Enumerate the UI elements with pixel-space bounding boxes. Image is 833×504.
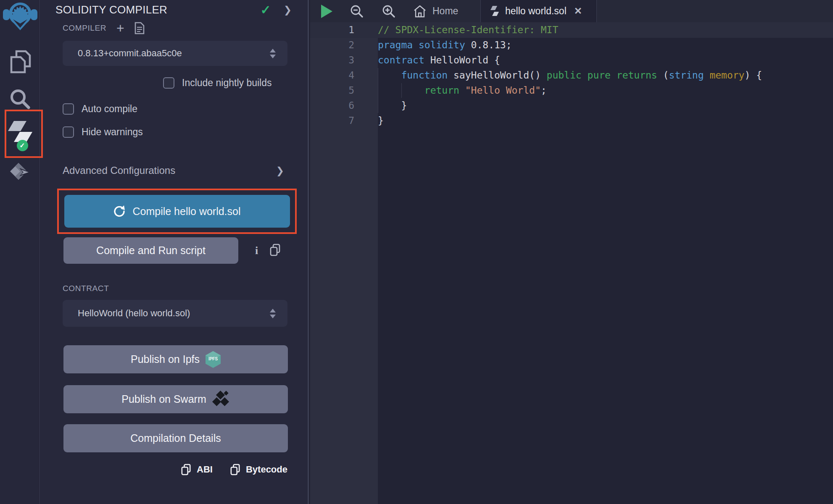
auto-compile-checkbox[interactable]: Auto compile bbox=[63, 103, 137, 115]
solidity-compiler-icon[interactable]: ✓ bbox=[0, 120, 40, 148]
add-compiler-icon[interactable]: + bbox=[116, 24, 124, 32]
compile-and-run-button[interactable]: Compile and Run script bbox=[63, 237, 238, 264]
editor-tabbar: Home hello world.sol ✕ bbox=[310, 0, 833, 22]
zoom-out-icon[interactable] bbox=[349, 4, 364, 19]
compile-success-badge: ✓ bbox=[17, 140, 28, 151]
compilation-details-button[interactable]: Compilation Details bbox=[63, 424, 288, 452]
tab-hello-world-label: hello world.sol bbox=[505, 5, 567, 17]
activity-bar: ✓ bbox=[0, 0, 40, 504]
hide-warnings-label: Hide warnings bbox=[82, 126, 143, 138]
refresh-icon bbox=[113, 205, 126, 218]
advanced-configurations-label: Advanced Configurations bbox=[63, 165, 276, 176]
code-text: contract HelloWorld { bbox=[378, 52, 500, 68]
panel-title: SOLIDITY COMPILER bbox=[55, 3, 261, 16]
panel-collapse-chevron-icon[interactable]: ❯ bbox=[284, 4, 292, 16]
solidity-file-icon bbox=[490, 5, 499, 17]
include-nightly-checkbox[interactable]: Include nightly builds bbox=[163, 77, 272, 89]
editor-area: Home hello world.sol ✕ 1// SPDX-License-… bbox=[310, 0, 833, 504]
home-icon bbox=[413, 5, 427, 18]
close-tab-icon[interactable]: ✕ bbox=[574, 5, 582, 17]
advanced-configurations-toggle[interactable]: Advanced Configurations ❯ bbox=[63, 165, 284, 176]
compiler-version-select[interactable]: 0.8.13+commit.abaa5c0e bbox=[63, 41, 287, 66]
search-icon[interactable] bbox=[0, 88, 40, 110]
compile-button-label: Compile hello world.sol bbox=[132, 205, 240, 218]
code-text: } bbox=[378, 113, 384, 128]
auto-compile-label: Auto compile bbox=[82, 103, 137, 115]
copy-abi-button[interactable]: ABI bbox=[181, 464, 213, 475]
code-text: } bbox=[378, 98, 407, 113]
line-number[interactable]: 5 bbox=[310, 83, 378, 98]
highlight-box-compile-button: Compile hello world.sol bbox=[57, 189, 297, 234]
contract-select-value: HelloWorld (hello world.sol) bbox=[78, 308, 270, 319]
contract-label: CONTRACT bbox=[63, 284, 109, 293]
line-number[interactable]: 2 bbox=[310, 37, 378, 52]
line-number[interactable]: 7 bbox=[310, 113, 378, 128]
copy-bytecode-button[interactable]: Bytecode bbox=[230, 464, 287, 475]
code-text: function sayHelloWorld() public pure ret… bbox=[378, 68, 762, 83]
select-updown-icon bbox=[270, 309, 276, 318]
compiler-config-file-icon[interactable] bbox=[134, 22, 145, 34]
tab-home[interactable]: Home bbox=[404, 0, 480, 22]
copy-icon bbox=[230, 464, 240, 475]
info-icon[interactable]: i bbox=[255, 244, 258, 257]
tab-hello-world-sol[interactable]: hello world.sol ✕ bbox=[480, 0, 597, 22]
swarm-icon bbox=[212, 391, 230, 407]
code-line[interactable]: 3contract HelloWorld { bbox=[310, 52, 833, 68]
tab-home-label: Home bbox=[432, 5, 458, 17]
code-line[interactable]: 4 function sayHelloWorld() public pure r… bbox=[310, 68, 833, 83]
line-number[interactable]: 4 bbox=[310, 68, 378, 83]
copy-icon[interactable] bbox=[270, 244, 281, 258]
run-script-play-icon[interactable] bbox=[321, 5, 332, 18]
code-line[interactable]: 1// SPDX-License-Identifier: MIT bbox=[310, 22, 833, 37]
code-text: pragma solidity 0.8.13; bbox=[378, 37, 512, 52]
code-lines: 1// SPDX-License-Identifier: MIT2pragma … bbox=[310, 22, 833, 128]
copy-icon bbox=[181, 464, 191, 475]
compiler-version-value: 0.8.13+commit.abaa5c0e bbox=[78, 48, 270, 59]
code-text: return "Hello World"; bbox=[378, 83, 547, 98]
ipfs-badge-text: IPFS bbox=[206, 357, 221, 361]
include-nightly-label: Include nightly builds bbox=[182, 77, 272, 89]
code-line[interactable]: 7} bbox=[310, 113, 833, 128]
code-line[interactable]: 5 return "Hello World"; bbox=[310, 83, 833, 98]
line-number[interactable]: 6 bbox=[310, 98, 378, 113]
file-explorer-icon[interactable] bbox=[0, 50, 40, 74]
remix-ide-window: ✓ SOLIDITY COMPILER ✓ ❯ COMPILER + bbox=[0, 0, 833, 504]
compilation-details-label: Compilation Details bbox=[130, 432, 221, 444]
publish-ipfs-label: Publish on Ipfs bbox=[131, 353, 200, 365]
deploy-run-icon[interactable] bbox=[0, 162, 40, 183]
checkbox-box[interactable] bbox=[63, 103, 74, 115]
publish-swarm-label: Publish on Swarm bbox=[121, 393, 206, 405]
line-number[interactable]: 1 bbox=[310, 22, 378, 37]
abi-label: ABI bbox=[197, 464, 213, 475]
code-line[interactable]: 2pragma solidity 0.8.13; bbox=[310, 37, 833, 52]
code-text: // SPDX-License-Identifier: MIT bbox=[378, 22, 558, 37]
code-line[interactable]: 6 } bbox=[310, 98, 833, 113]
zoom-in-icon[interactable] bbox=[381, 4, 396, 19]
checkbox-box[interactable] bbox=[63, 126, 74, 138]
ipfs-icon: IPFS bbox=[206, 351, 221, 368]
line-number[interactable]: 3 bbox=[310, 52, 378, 68]
checkbox-box[interactable] bbox=[163, 77, 174, 89]
solidity-compiler-panel: SOLIDITY COMPILER ✓ ❯ COMPILER + 0.8.13+… bbox=[40, 0, 309, 504]
publish-ipfs-button[interactable]: Publish on Ipfs IPFS bbox=[63, 345, 288, 373]
select-updown-icon bbox=[270, 49, 276, 58]
code-editor[interactable]: 1// SPDX-License-Identifier: MIT2pragma … bbox=[310, 22, 833, 504]
compiler-label: COMPILER bbox=[63, 24, 106, 33]
compile-button[interactable]: Compile hello world.sol bbox=[64, 195, 290, 228]
contract-select[interactable]: HelloWorld (hello world.sol) bbox=[63, 300, 287, 327]
advanced-chevron-icon: ❯ bbox=[276, 165, 284, 176]
compile-and-run-label: Compile and Run script bbox=[96, 244, 206, 257]
bytecode-label: Bytecode bbox=[246, 464, 287, 475]
remix-logo[interactable] bbox=[3, 2, 37, 31]
hide-warnings-checkbox[interactable]: Hide warnings bbox=[63, 126, 143, 138]
publish-swarm-button[interactable]: Publish on Swarm bbox=[63, 385, 288, 413]
compiled-check-icon: ✓ bbox=[261, 3, 271, 17]
